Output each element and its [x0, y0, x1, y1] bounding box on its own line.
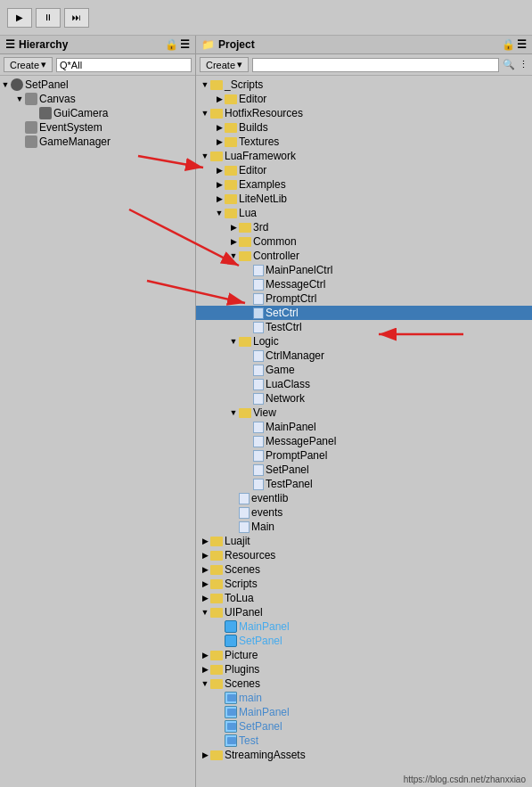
hierarchy-header: ☰ Hierarchy 🔒 ☰	[0, 36, 195, 54]
folder-editor2-icon	[225, 166, 237, 176]
hierarchy-item-setpanel[interactable]: ▼ SetPanel	[0, 78, 195, 92]
search-icon[interactable]: 🔍	[503, 59, 515, 70]
project-item-mainpanel-prefab[interactable]: MainPanel	[196, 619, 532, 634]
project-item-ctrlmanager[interactable]: CtrlManager	[196, 348, 532, 363]
lua-network-icon	[253, 393, 264, 405]
project-item-luajit[interactable]: ▶ Luajit	[196, 534, 532, 548]
project-item-scripts[interactable]: ▼ _Scripts	[196, 78, 532, 92]
project-item-scripts-editor[interactable]: ▶ Editor	[196, 92, 532, 106]
project-item-setctrl[interactable]: SetCtrl	[196, 306, 532, 320]
folder-resources-icon	[210, 551, 223, 561]
folder-controller-icon	[239, 251, 251, 261]
watermark: https://blog.csdn.net/zhanxxiao	[401, 774, 528, 785]
project-item-scenes1[interactable]: ▶ Scenes	[196, 562, 532, 577]
project-item-messagepanel[interactable]: MessagePanel	[196, 434, 532, 448]
lua-messagectrl-icon	[253, 279, 264, 291]
project-item-controller[interactable]: ▼ Controller	[196, 249, 532, 263]
folder-3rd-icon	[239, 223, 251, 233]
folder-lua2-icon	[225, 209, 237, 218]
lua-ctrlmanager-icon	[253, 350, 264, 362]
folder-lua-icon	[210, 152, 223, 161]
project-item-messagectrl[interactable]: MessageCtrl	[196, 277, 532, 291]
hierarchy-item-gamemanager[interactable]: GameManager	[0, 135, 195, 149]
project-item-streamingassets[interactable]: ▶ StreamingAssets	[196, 748, 532, 762]
unity-object-icon	[11, 78, 23, 91]
folder-examples-icon	[225, 180, 237, 190]
project-item-litenetlib[interactable]: ▶ LiteNetLib	[196, 192, 532, 206]
project-item-luaframework[interactable]: ▼ LuaFramework	[196, 149, 532, 163]
project-item-testctrl[interactable]: TestCtrl	[196, 320, 532, 334]
project-item-resources[interactable]: ▶ Resources	[196, 548, 532, 562]
hierarchy-content: ▼ SetPanel ▼ Canvas GuiCamera EventSys	[0, 76, 195, 787]
hierarchy-item-canvas[interactable]: ▼ Canvas	[0, 92, 195, 106]
eventsystem-icon	[25, 121, 37, 134]
scene-main-icon	[225, 692, 237, 704]
folder-view-icon	[239, 408, 251, 418]
project-title: Project	[218, 38, 255, 51]
project-item-picture[interactable]: ▶ Picture	[196, 648, 532, 662]
project-item-setpanel-lua[interactable]: SetPanel	[196, 463, 532, 477]
project-item-main-lua[interactable]: Main	[196, 520, 532, 534]
project-item-common[interactable]: ▶ Common	[196, 234, 532, 249]
project-create-button[interactable]: Create ▾	[200, 57, 249, 72]
main-toolbar: ▶ ⏸ ⏭	[0, 0, 532, 36]
project-item-textures[interactable]: ▶ Textures	[196, 135, 532, 149]
project-item-3rd[interactable]: ▶ 3rd	[196, 220, 532, 234]
project-item-game[interactable]: Game	[196, 363, 532, 377]
project-item-scripts2[interactable]: ▶ Scripts	[196, 577, 532, 591]
folder-tolua-icon	[210, 594, 223, 603]
hierarchy-item-eventsystem[interactable]: EventSystem	[0, 120, 195, 135]
hierarchy-title: Hierarchy	[19, 38, 68, 51]
project-item-eventlib[interactable]: eventlib	[196, 491, 532, 505]
step-button[interactable]: ⏭	[64, 8, 89, 28]
menu-icon: ☰	[180, 38, 190, 51]
project-item-lua[interactable]: ▼ Lua	[196, 206, 532, 220]
project-item-scene-main[interactable]: main	[196, 691, 532, 705]
project-item-scene-test[interactable]: Test	[196, 734, 532, 748]
project-item-mainpanel[interactable]: MainPanel	[196, 420, 532, 434]
project-item-examples[interactable]: ▶ Examples	[196, 177, 532, 192]
lua-mainpanelctrl-icon	[253, 265, 264, 276]
project-item-plugins[interactable]: ▶ Plugins	[196, 662, 532, 676]
project-item-network[interactable]: Network	[196, 391, 532, 406]
scene-setpanel-icon	[225, 720, 237, 733]
play-button[interactable]: ▶	[7, 8, 32, 28]
project-item-mainpanelctrl[interactable]: MainPanelCtrl	[196, 263, 532, 277]
project-item-setpanel-prefab[interactable]: SetPanel	[196, 634, 532, 648]
project-item-logic[interactable]: ▼ Logic	[196, 334, 532, 348]
project-item-promptctrl[interactable]: PromptCtrl	[196, 291, 532, 306]
project-item-scenes2[interactable]: ▼ Scenes	[196, 676, 532, 691]
lua-messagepanel-icon	[253, 436, 264, 447]
folder-luajit-icon	[210, 537, 223, 546]
hierarchy-item-guicamera[interactable]: GuiCamera	[0, 106, 195, 120]
project-item-hotfix[interactable]: ▼ HotfixResources	[196, 106, 532, 120]
project-item-tolua[interactable]: ▶ ToLua	[196, 591, 532, 605]
project-header-icons: 🔒 ☰	[502, 38, 527, 51]
project-item-uipanel[interactable]: ▼ UIPanel	[196, 605, 532, 619]
folder-editor1-icon	[225, 94, 237, 104]
pause-button[interactable]: ⏸	[36, 8, 61, 28]
project-item-testpanel[interactable]: TestPanel	[196, 477, 532, 491]
project-item-view[interactable]: ▼ View	[196, 406, 532, 420]
folder-scripts2-icon	[210, 579, 223, 589]
prefab-mainpanel-icon	[225, 620, 237, 633]
project-item-scene-mainpanel[interactable]: MainPanel	[196, 705, 532, 719]
project-menu-icon: ☰	[517, 38, 527, 51]
lua-luaclass-icon	[253, 379, 264, 390]
hierarchy-panel: ☰ Hierarchy 🔒 ☰ Create ▾ ▼ SetPanel	[0, 36, 196, 787]
folder-logic-icon	[239, 337, 251, 347]
project-item-scene-setpanel[interactable]: SetPanel	[196, 719, 532, 734]
folder-scripts-icon	[210, 80, 223, 90]
hierarchy-toolbar: Create ▾	[0, 54, 195, 76]
project-item-promptpanel[interactable]: PromptPanel	[196, 448, 532, 463]
project-item-builds[interactable]: ▶ Builds	[196, 120, 532, 135]
project-item-events[interactable]: events	[196, 505, 532, 520]
filter-icon[interactable]: ⋮	[519, 59, 528, 70]
hierarchy-search-input[interactable]	[56, 58, 192, 72]
project-item-lua-editor[interactable]: ▶ Editor	[196, 163, 532, 177]
project-item-luaclass[interactable]: LuaClass	[196, 377, 532, 391]
hierarchy-create-button[interactable]: Create ▾	[4, 57, 53, 72]
folder-litenetlib-icon	[225, 194, 237, 204]
project-search-input[interactable]	[252, 58, 499, 72]
project-panel: 📁 Project 🔒 ☰ Create ▾ 🔍 ⋮ ▼ _Scripts	[196, 36, 532, 787]
